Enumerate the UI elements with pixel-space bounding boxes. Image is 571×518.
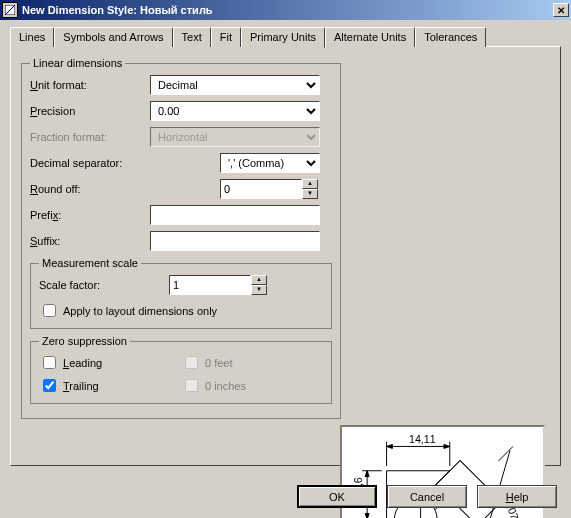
round-off-spinner[interactable]: ▲▼ [302, 179, 318, 199]
tab-fit[interactable]: Fit [211, 27, 241, 47]
tab-text[interactable]: Text [173, 27, 211, 47]
preview-dim-h: 14,11 [409, 433, 436, 445]
scale-factor-input[interactable] [169, 275, 251, 295]
ok-button[interactable]: OK [297, 485, 377, 508]
linear-dimensions-group: Linear dimensions Unit format: Decimal P… [21, 57, 341, 419]
tab-tolerances[interactable]: Tolerances [415, 27, 486, 47]
scale-factor-spinner[interactable]: ▲▼ [251, 275, 267, 295]
zero-suppression-linear-group: Zero suppression Leading Trailing 0 feet… [30, 335, 332, 404]
svg-marker-13 [365, 514, 369, 518]
prefix-label: Prefix: [30, 209, 150, 221]
mscale-legend: Measurement scale [39, 257, 141, 269]
unit-format-select[interactable]: Decimal [150, 75, 320, 95]
svg-marker-12 [365, 471, 369, 477]
apply-layout-checkbox[interactable]: Apply to layout dimensions only [39, 301, 323, 320]
round-off-input[interactable] [220, 179, 302, 199]
svg-marker-8 [444, 445, 450, 449]
suffix-label: Suffix: [30, 235, 150, 247]
precision-label: Precision [30, 105, 150, 117]
tab-panel: Linear dimensions Unit format: Decimal P… [10, 46, 561, 466]
decimal-separator-select[interactable]: ',' (Comma) [220, 153, 320, 173]
cancel-button[interactable]: Cancel [387, 485, 467, 508]
tab-strip: Lines Symbols and Arrows Text Fit Primar… [10, 26, 561, 46]
window-title: New Dimension Style: Новый стиль [22, 4, 553, 16]
feet-checkbox: 0 feet [181, 353, 323, 372]
decimal-separator-label: Decimal separator: [30, 157, 150, 169]
tab-symbols[interactable]: Symbols and Arrows [54, 27, 172, 47]
help-button[interactable]: Help [477, 485, 557, 508]
fraction-format-label: Fraction format: [30, 131, 150, 143]
zero-lin-legend: Zero suppression [39, 335, 130, 347]
tab-primary-units[interactable]: Primary Units [241, 27, 325, 48]
prefix-input[interactable] [150, 205, 320, 225]
scale-factor-label: Scale factor: [39, 279, 169, 291]
leading-checkbox[interactable]: Leading [39, 353, 181, 372]
svg-marker-7 [387, 445, 393, 449]
close-button[interactable]: ✕ [553, 3, 569, 17]
linear-legend: Linear dimensions [30, 57, 125, 69]
round-off-label: Round off: [30, 183, 150, 195]
tab-alternate-units[interactable]: Alternate Units [325, 27, 415, 47]
fraction-format-select: Horizontal [150, 127, 320, 147]
tab-lines[interactable]: Lines [10, 27, 54, 47]
svg-line-14 [498, 446, 513, 461]
app-icon [2, 2, 18, 18]
measurement-scale-group: Measurement scale Scale factor: ▲▼ Apply… [30, 257, 332, 329]
precision-select[interactable]: 0.00 [150, 101, 320, 121]
suffix-input[interactable] [150, 231, 320, 251]
inches-checkbox: 0 inches [181, 376, 323, 395]
unit-format-label: Unit format: [30, 79, 150, 91]
title-bar: New Dimension Style: Новый стиль ✕ [0, 0, 571, 20]
trailing-checkbox[interactable]: Trailing [39, 376, 181, 395]
